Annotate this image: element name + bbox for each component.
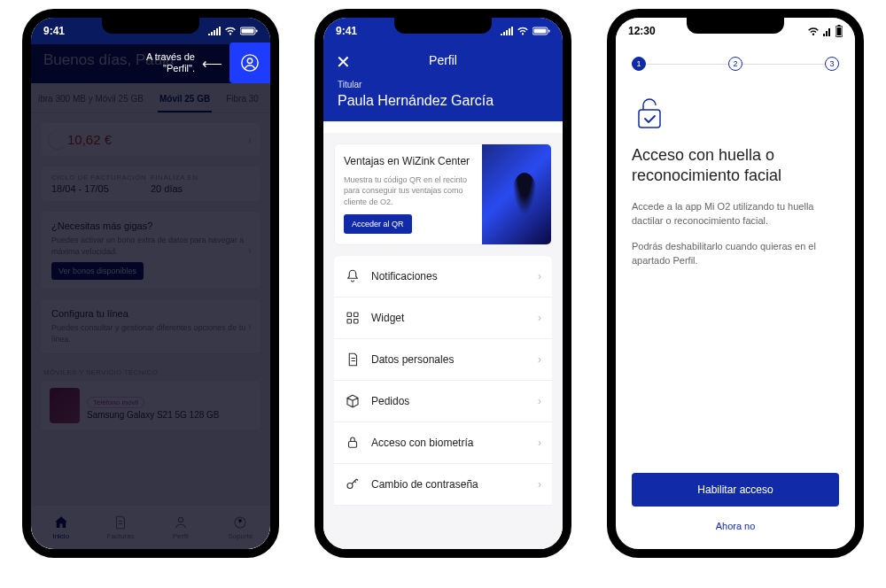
grid-icon [345,310,361,326]
chevron-right-icon: › [538,437,541,449]
menu-label: Notificaciones [371,270,527,282]
biometry-heading: Acceso con huella o reconocimiento facia… [632,145,839,187]
menu-cambio-contrasena[interactable]: Cambio de contraseña › [334,464,552,506]
promo-card[interactable]: Ventajas en WiZink Center Muestra tu cód… [334,143,552,245]
menu-pedidos[interactable]: Pedidos › [334,381,552,422]
profile-button[interactable] [229,43,270,83]
svg-rect-2 [256,30,258,33]
step-indicator: 1 2 3 [632,57,839,71]
svg-rect-17 [837,27,842,35]
biometry-text-2: Podrás deshabilitarlo cuando quieras en … [632,239,839,268]
profile-header: ✕ Perfil Titular Paula Hernández García [323,44,563,121]
box-icon [345,393,361,409]
chevron-right-icon: › [538,478,541,491]
battery-icon [240,27,258,35]
svg-point-15 [347,484,353,489]
menu-widget[interactable]: Widget › [334,298,552,339]
phone-profile: 9:41 ✕ Perfil Titular Paula Hernández Ga… [315,9,571,558]
svg-rect-12 [347,320,352,324]
signal-icon [501,27,513,35]
page-title: Perfil [338,44,548,80]
menu-notificaciones[interactable]: Notificaciones › [334,256,552,298]
promo-image [482,144,551,244]
promo-title: Ventajas en WiZink Center [344,155,473,169]
profile-menu: Notificaciones › Widget › Datos personal… [334,256,552,506]
chevron-right-icon: › [538,353,541,366]
holder-name: Paula Hernández García [338,93,548,109]
bell-icon [345,268,361,284]
menu-label: Datos personales [371,353,527,366]
dim-overlay [31,18,270,549]
biometry-text-1: Accede a la app Mi O2 utilizando tu huel… [632,199,839,228]
not-now-link[interactable]: Ahora no [632,515,839,537]
chevron-right-icon: › [538,312,541,324]
step-3: 3 [825,57,839,71]
profile-callout: A través de "Perfil". ⟵ [146,43,270,83]
svg-rect-11 [354,313,359,317]
status-icons [208,27,258,35]
svg-rect-8 [534,29,547,34]
signal-icon [208,27,221,35]
status-icons [501,27,550,35]
chevron-right-icon: › [538,270,541,282]
wifi-icon [517,27,529,35]
promo-button[interactable]: Acceder al QR [344,214,412,234]
menu-datos-personales[interactable]: Datos personales › [334,339,552,381]
status-time: 9:41 [43,25,65,37]
phone-biometry-onboard: 12:30 1 2 3 Acceso con huella o reconoci… [607,9,864,558]
status-icons [807,25,843,37]
lock-check-icon [632,96,667,131]
arrow-left-icon: ⟵ [202,55,222,72]
menu-label: Cambio de contraseña [371,478,527,491]
svg-rect-14 [349,442,357,448]
menu-label: Widget [371,312,527,324]
phone-home-dimmed: 9:41 Buenos días, Paula ibra 300 MB y Mó… [22,9,279,558]
svg-rect-18 [838,25,841,27]
lock-icon [345,435,361,451]
document-icon [345,352,361,368]
signal-icon [823,26,832,36]
svg-point-6 [247,58,253,64]
status-time: 9:41 [336,25,357,37]
close-button[interactable]: ✕ [336,51,351,73]
battery-icon [835,25,843,37]
menu-label: Pedidos [371,395,527,407]
svg-rect-10 [347,313,352,317]
step-1: 1 [632,57,646,71]
battery-icon [532,27,550,35]
chevron-right-icon: › [538,395,541,407]
menu-biometria[interactable]: Acceso con biometría › [334,422,552,464]
enable-access-button[interactable]: Habilitar acceso [632,473,839,507]
svg-rect-1 [242,29,254,34]
wifi-icon [807,26,820,36]
promo-desc: Muestra tu código QR en el recinto para … [344,174,473,208]
holder-label: Titular [338,80,548,89]
wifi-icon [224,27,237,35]
callout-text-2: "Perfil". [146,63,195,74]
menu-label: Acceso con biometría [371,437,527,449]
profile-icon [240,53,260,73]
callout-text-1: A través de [146,51,195,63]
key-icon [345,476,361,492]
svg-rect-19 [639,110,660,128]
svg-rect-9 [548,30,550,33]
status-time: 12:30 [628,25,656,37]
svg-rect-13 [354,320,359,324]
step-2: 2 [728,57,742,71]
